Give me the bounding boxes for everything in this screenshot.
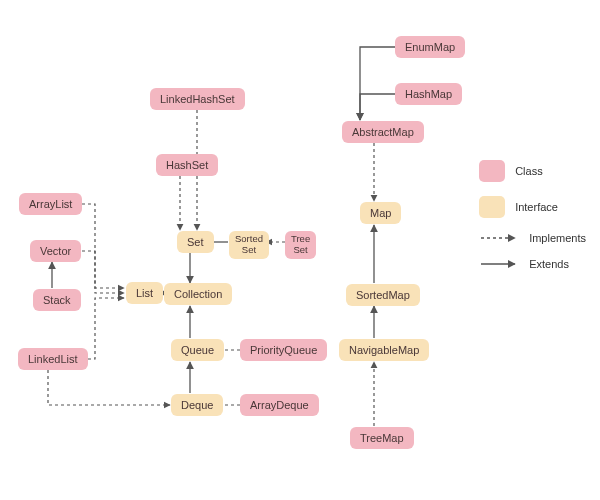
legend-swatch-class (479, 160, 505, 182)
node-hashset: HashSet (156, 154, 218, 176)
legend: Class Interface Implements Extends (479, 160, 586, 284)
legend-label-extends: Extends (529, 258, 569, 270)
node-stack: Stack (33, 289, 81, 311)
node-map: Map (360, 202, 401, 224)
node-sortedset: SortedSet (229, 231, 269, 259)
legend-class: Class (479, 160, 586, 182)
node-deque: Deque (171, 394, 223, 416)
node-arraylist: ArrayList (19, 193, 82, 215)
node-treeset: TreeSet (285, 231, 316, 259)
node-linkedhashset: LinkedHashSet (150, 88, 245, 110)
legend-swatch-interface (479, 196, 505, 218)
node-abstractmap: AbstractMap (342, 121, 424, 143)
node-list: List (126, 282, 163, 304)
node-linkedlist: LinkedList (18, 348, 88, 370)
legend-label-implements: Implements (529, 232, 586, 244)
legend-extends: Extends (479, 258, 586, 270)
legend-label-class: Class (515, 165, 543, 177)
legend-line-dashed (479, 233, 519, 243)
legend-label-interface: Interface (515, 201, 558, 213)
node-treemap: TreeMap (350, 427, 414, 449)
node-priorityqueue: PriorityQueue (240, 339, 327, 361)
legend-implements: Implements (479, 232, 586, 244)
node-queue: Queue (171, 339, 224, 361)
legend-line-solid (479, 259, 519, 269)
node-collection: Collection (164, 283, 232, 305)
node-set: Set (177, 231, 214, 253)
node-navigablemap: NavigableMap (339, 339, 429, 361)
node-vector: Vector (30, 240, 81, 262)
node-enummap: EnumMap (395, 36, 465, 58)
node-sortedmap: SortedMap (346, 284, 420, 306)
node-hashmap: HashMap (395, 83, 462, 105)
legend-interface: Interface (479, 196, 586, 218)
node-arraydeque: ArrayDeque (240, 394, 319, 416)
